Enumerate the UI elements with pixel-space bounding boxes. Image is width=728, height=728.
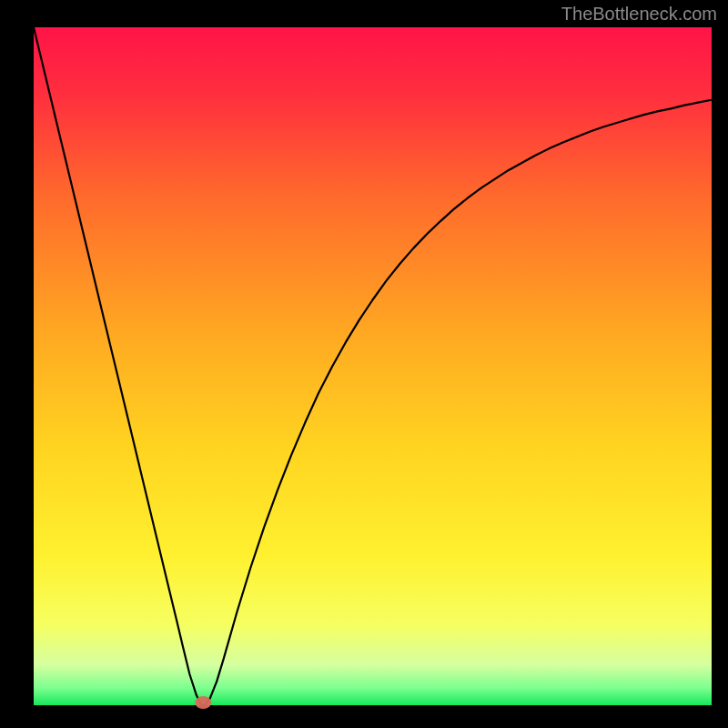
watermark-text: TheBottleneck.com: [561, 4, 717, 25]
bottleneck-plot: [0, 0, 728, 728]
plot-background: [34, 27, 712, 705]
chart-container: TheBottleneck.com: [0, 0, 728, 728]
optimal-point-marker: [195, 696, 211, 709]
